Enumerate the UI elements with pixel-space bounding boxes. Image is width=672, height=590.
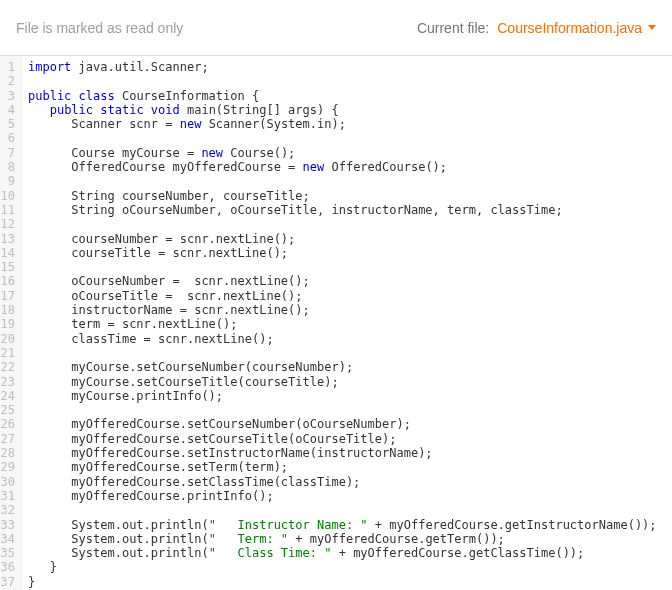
line-number: 4 [0,103,15,117]
code-line: myCourse.setCourseNumber(courseNumber); [28,360,657,374]
line-number: 13 [0,232,15,246]
code-line: myCourse.printInfo(); [28,389,657,403]
code-line: public static void main(String[] args) { [28,103,657,117]
code-line: classTime = scnr.nextLine(); [28,332,657,346]
code-line: myOfferedCourse.setCourseNumber(oCourseN… [28,417,657,431]
chevron-down-icon [648,25,656,30]
line-number: 9 [0,174,15,188]
code-editor: 1234567891011121314151617181920212223242… [0,56,672,590]
line-number: 35 [0,546,15,560]
line-number: 24 [0,389,15,403]
readonly-message: File is marked as read only [16,20,183,36]
current-file-section: Current file: CourseInformation.java [417,20,656,36]
line-number: 6 [0,131,15,145]
code-line [28,346,657,360]
line-number: 19 [0,317,15,331]
line-number: 28 [0,446,15,460]
code-line [28,74,657,88]
line-number: 12 [0,217,15,231]
code-line: term = scnr.nextLine(); [28,317,657,331]
code-line [28,403,657,417]
line-number: 3 [0,89,15,103]
current-file-dropdown[interactable]: CourseInformation.java [497,20,656,36]
line-number: 29 [0,460,15,474]
line-number: 32 [0,503,15,517]
code-line: } [28,560,657,574]
code-line: System.out.println(" Class Time: " + myO… [28,546,657,560]
code-line: System.out.println(" Instructor Name: " … [28,518,657,532]
code-line [28,131,657,145]
code-line [28,260,657,274]
line-number: 15 [0,260,15,274]
code-line: String courseNumber, courseTitle; [28,189,657,203]
line-number: 5 [0,117,15,131]
code-line: myOfferedCourse.printInfo(); [28,489,657,503]
code-line: System.out.println(" Term: " + myOffered… [28,532,657,546]
code-line: myOfferedCourse.setCourseTitle(oCourseTi… [28,432,657,446]
line-number: 36 [0,560,15,574]
code-line: public class CourseInformation { [28,89,657,103]
code-line: String oCourseNumber, oCourseTitle, inst… [28,203,657,217]
line-number: 22 [0,360,15,374]
line-number: 23 [0,375,15,389]
line-number: 27 [0,432,15,446]
line-number: 10 [0,189,15,203]
line-number: 34 [0,532,15,546]
line-number: 17 [0,289,15,303]
code-line: Course myCourse = new Course(); [28,146,657,160]
code-line: myOfferedCourse.setClassTime(classTime); [28,475,657,489]
code-line: oCourseNumber = scnr.nextLine(); [28,274,657,288]
code-line: courseTitle = scnr.nextLine(); [28,246,657,260]
line-number: 11 [0,203,15,217]
code-line: myOfferedCourse.setTerm(term); [28,460,657,474]
code-line: myCourse.setCourseTitle(courseTitle); [28,375,657,389]
current-file-name: CourseInformation.java [497,20,642,36]
line-number: 31 [0,489,15,503]
line-number: 1 [0,60,15,74]
code-area: import java.util.Scanner; public class C… [22,56,657,590]
code-line: courseNumber = scnr.nextLine(); [28,232,657,246]
line-number: 30 [0,475,15,489]
code-line: Scanner scnr = new Scanner(System.in); [28,117,657,131]
line-number: 20 [0,332,15,346]
code-line: instructorName = scnr.nextLine(); [28,303,657,317]
code-line: OfferedCourse myOfferedCourse = new Offe… [28,160,657,174]
code-line [28,503,657,517]
current-file-label: Current file: [417,20,489,36]
code-line [28,174,657,188]
code-line: oCourseTitle = scnr.nextLine(); [28,289,657,303]
code-line [28,217,657,231]
line-number: 14 [0,246,15,260]
code-line: import java.util.Scanner; [28,60,657,74]
line-number: 25 [0,403,15,417]
code-line: } [28,575,657,589]
line-number: 37 [0,575,15,589]
line-number: 16 [0,274,15,288]
line-number: 8 [0,160,15,174]
line-number: 26 [0,417,15,431]
line-number-gutter: 1234567891011121314151617181920212223242… [0,56,22,590]
line-number: 7 [0,146,15,160]
code-line: myOfferedCourse.setInstructorName(instru… [28,446,657,460]
line-number: 18 [0,303,15,317]
editor-header: File is marked as read only Current file… [0,0,672,56]
line-number: 33 [0,518,15,532]
line-number: 21 [0,346,15,360]
line-number: 2 [0,74,15,88]
